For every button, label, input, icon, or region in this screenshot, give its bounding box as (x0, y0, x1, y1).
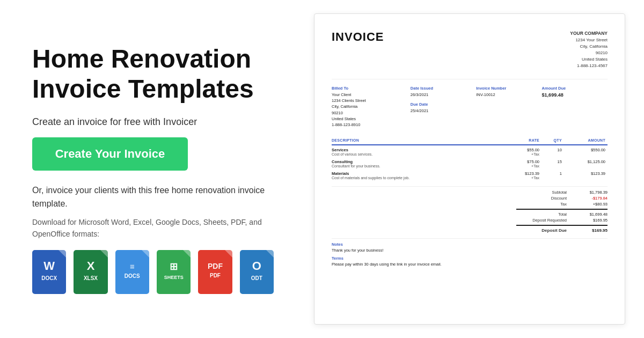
invoice-number-section: Invoice Number INV-10012 (476, 86, 541, 128)
billed-to-label: Billed To (332, 86, 411, 91)
item-sub-2: Cost of materials and supplies to comple… (332, 176, 503, 180)
item-tax-0: +Tax (506, 152, 540, 156)
invoice-number-label: Invoice Number (476, 86, 541, 91)
date-section: Date Issued 26/3/2021 Due Date 25/4/2021 (411, 86, 476, 128)
item-amount-2: $123.39 (564, 169, 608, 181)
invoice-table: DESCRIPTION RATE QTY AMOUNT Services Cos… (332, 136, 608, 181)
amount-due-value: $1,699.48 (542, 92, 608, 99)
notes-label: Notes (332, 242, 608, 247)
or-text: Or, invoice your clients with this free … (32, 183, 274, 211)
deposit-divider (516, 225, 608, 226)
pdf-icon[interactable]: PDF PDF (198, 250, 232, 294)
item-qty-1: 15 (541, 157, 564, 169)
item-rate-1: $75.00 (506, 159, 540, 164)
company-country: United States (570, 56, 608, 63)
notes-section: Notes Thank you for your business! Terms… (332, 238, 608, 267)
deposit-requested-row: Deposit Requested $169.95 (332, 218, 608, 223)
amount-due-label: Amount Due (542, 86, 608, 91)
discount-label: Discount (516, 196, 575, 201)
date-issued-label: Date Issued (411, 86, 476, 91)
company-zip: 90210 (570, 50, 608, 56)
item-tax-1: +Tax (506, 164, 540, 168)
invoice-number-value: INV-10012 (476, 92, 541, 98)
amount-due-section: Amount Due $1,699.48 (542, 86, 608, 128)
terms-text: Please pay within 30 days using the link… (332, 262, 608, 267)
item-desc-1: Consulting (332, 159, 503, 164)
due-date-label: Due Date (411, 102, 476, 107)
discount-val: -$179.84 (575, 196, 608, 201)
page-title: Home Renovation Invoice Templates (32, 44, 274, 103)
company-address1: 1234 Your Street (570, 37, 608, 43)
invoice-meta: Billed To Your Client 1234 Clients Stree… (332, 79, 608, 128)
item-rate-2: $123.39 (506, 171, 540, 176)
col-description: DESCRIPTION (332, 136, 506, 145)
invoice-title: INVOICE (332, 30, 384, 44)
client-country: United States (332, 116, 411, 122)
deposit-due-val: $169.95 (575, 228, 608, 233)
deposit-requested-label: Deposit Requested (516, 218, 575, 223)
sheets-label: SHEETS (164, 275, 184, 280)
col-qty: QTY (541, 136, 564, 145)
company-address2: City, California (570, 43, 608, 50)
item-amount-0: $550.00 (564, 145, 608, 157)
file-format-icons: W DOCX X XLSX ≡ DOCS ⊞ SHEETS PDF PDF (32, 250, 274, 294)
docs-label: DOCS (125, 273, 140, 279)
invoice-preview: INVOICE YOUR COMPANY 1234 Your Street Ci… (314, 13, 625, 325)
docs-icon[interactable]: ≡ DOCS (115, 250, 149, 294)
invoice-header: INVOICE YOUR COMPANY 1234 Your Street Ci… (332, 30, 608, 69)
left-panel: Home Renovation Invoice Templates Create… (0, 0, 306, 338)
deposit-requested-val: $169.95 (575, 218, 608, 223)
right-panel: INVOICE YOUR COMPANY 1234 Your Street Ci… (306, 0, 644, 338)
billed-to-section: Billed To Your Client 1234 Clients Stree… (332, 86, 411, 128)
deposit-due-label: Deposit Due (516, 228, 575, 233)
subtitle-text: Create an invoice for free with Invoicer (32, 116, 274, 128)
table-row: Materials Cost of materials and supplies… (332, 169, 608, 181)
col-rate: RATE (506, 136, 542, 145)
col-amount: AMOUNT (564, 136, 608, 145)
tax-val: +$80.93 (575, 202, 608, 207)
item-sub-0: Cost of various services. (332, 152, 503, 156)
docx-icon[interactable]: W DOCX (32, 250, 66, 294)
date-issued-value: 26/3/2021 (411, 92, 476, 98)
sheets-icon[interactable]: ⊞ SHEETS (157, 250, 191, 294)
xlsx-label: XLSX (84, 275, 98, 281)
item-desc-0: Services (332, 148, 503, 152)
item-qty-2: 1 (541, 169, 564, 181)
create-invoice-button[interactable]: Create Your Invoice (32, 137, 188, 171)
company-info: YOUR COMPANY 1234 Your Street City, Cali… (570, 30, 608, 69)
tax-row: Tax +$80.93 (332, 202, 608, 207)
item-qty-0: 10 (541, 145, 564, 157)
download-text: Download for Microsoft Word, Excel, Goog… (32, 216, 274, 240)
odt-label: ODT (251, 275, 262, 281)
company-name: YOUR COMPANY (570, 30, 608, 37)
discount-row: Discount -$179.84 (332, 196, 608, 201)
notes-text: Thank you for your business! (332, 248, 608, 253)
tax-label: Tax (516, 202, 575, 207)
total-val: $1,699.48 (575, 212, 608, 217)
company-phone: 1-888-123-4567 (570, 63, 608, 69)
subtotal-row: Subtotal $1,798.39 (332, 190, 608, 195)
table-row: Services Cost of various services. $55.0… (332, 145, 608, 157)
item-sub-1: Consultant for your business. (332, 164, 503, 168)
total-row: Total $1,699.48 (332, 212, 608, 217)
deposit-due-row: Deposit Due $169.95 (332, 228, 608, 233)
totals-section: Subtotal $1,798.39 Discount -$179.84 Tax… (332, 186, 608, 233)
odt-icon[interactable]: O ODT (240, 250, 274, 294)
total-label: Total (516, 212, 575, 217)
docx-label: DOCX (41, 275, 57, 281)
subtotal-val: $1,798.39 (575, 190, 608, 195)
client-zip: 90210 (332, 110, 411, 116)
due-date-value: 25/4/2021 (411, 108, 476, 114)
client-phone: 1-888-123-8910 (332, 122, 411, 128)
item-rate-0: $55.00 (506, 148, 540, 152)
client-address2: City, California (332, 104, 411, 109)
client-name: Your Client (332, 92, 411, 98)
pdf-label: PDF (210, 273, 221, 278)
terms-label: Terms (332, 256, 608, 261)
item-tax-2: +Tax (506, 176, 540, 180)
xlsx-icon[interactable]: X XLSX (74, 250, 107, 294)
client-address1: 1234 Clients Street (332, 98, 411, 104)
subtotal-label: Subtotal (516, 190, 575, 195)
table-row: Consulting Consultant for your business.… (332, 157, 608, 169)
totals-divider (516, 209, 608, 210)
